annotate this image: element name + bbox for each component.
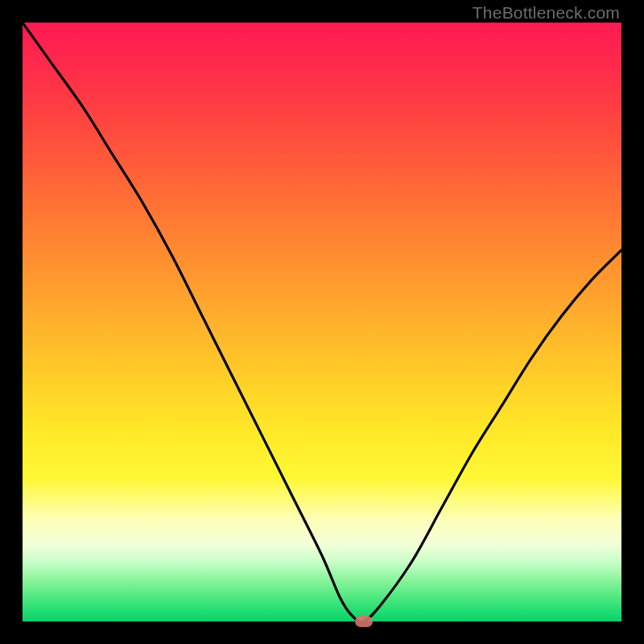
optimal-point-marker [355, 616, 373, 627]
bottleneck-curve [23, 23, 621, 621]
watermark-text: TheBottleneck.com [473, 3, 620, 23]
chart-frame: TheBottleneck.com [0, 0, 644, 644]
plot-area [23, 23, 621, 621]
